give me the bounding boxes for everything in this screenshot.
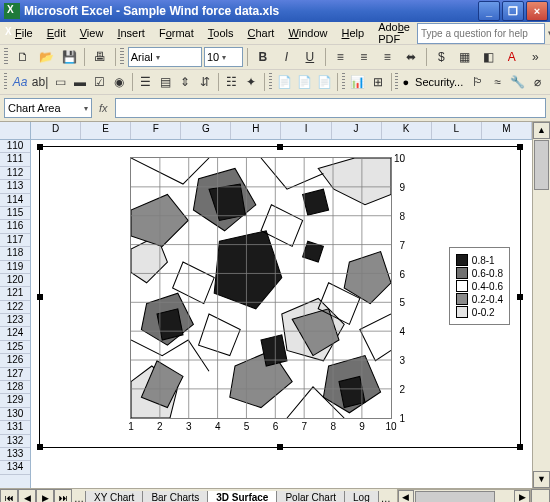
row-header[interactable]: 114	[0, 194, 30, 207]
tab-nav-prev[interactable]: ◀	[18, 489, 36, 502]
button-control-icon[interactable]: ▬	[71, 71, 89, 93]
align-right-icon[interactable]: ≡	[377, 46, 399, 68]
row-header[interactable]: 133	[0, 448, 30, 461]
column-header[interactable]: J	[332, 122, 382, 139]
horizontal-scrollbar[interactable]: ◀ ▶	[397, 489, 531, 502]
row-header[interactable]: 118	[0, 247, 30, 260]
column-header[interactable]: F	[131, 122, 181, 139]
toolbar-grip-3[interactable]	[4, 73, 7, 91]
align-left-icon[interactable]: ≡	[330, 46, 352, 68]
resize-handle-n[interactable]	[277, 144, 283, 150]
column-header[interactable]: K	[382, 122, 432, 139]
toolbar-grip-4[interactable]	[269, 73, 272, 91]
combo-control-icon[interactable]: ▤	[157, 71, 175, 93]
scroll-left-icon[interactable]: ◀	[398, 490, 414, 502]
fill-color-icon[interactable]: ◧	[478, 46, 500, 68]
sheet-tab-3d-surface[interactable]: 3D Surface	[207, 491, 277, 502]
chart-object[interactable]: 12345678910 12345678910 0.8-10.6-0.80.4-…	[39, 146, 521, 448]
listbox-control-icon[interactable]: ☰	[137, 71, 155, 93]
resize-handle-nw[interactable]	[37, 144, 43, 150]
pdf-mail-icon[interactable]: 📄	[296, 71, 314, 93]
resize-handle-sw[interactable]	[37, 444, 43, 450]
chart-type-icon[interactable]: 📊	[349, 71, 367, 93]
plot-area[interactable]: 12345678910 12345678910	[130, 157, 392, 419]
pdf-convert-icon[interactable]: 📄	[276, 71, 294, 93]
row-header[interactable]: 119	[0, 261, 30, 274]
row-header[interactable]: 117	[0, 234, 30, 247]
bold-button[interactable]: B	[252, 46, 274, 68]
scroll-down-icon[interactable]: ▼	[533, 471, 550, 488]
label-control-icon[interactable]: Aa	[11, 71, 29, 93]
chart-legend[interactable]: 0.8-10.6-0.80.4-0.60.2-0.40-0.2	[449, 247, 510, 325]
row-header[interactable]: 122	[0, 301, 30, 314]
pdf-review-icon[interactable]: 📄	[315, 71, 333, 93]
resize-handle-se[interactable]	[517, 444, 523, 450]
row-header[interactable]: 126	[0, 354, 30, 367]
resize-handle-ne[interactable]	[517, 144, 523, 150]
row-header[interactable]: 111	[0, 153, 30, 166]
vertical-scrollbar[interactable]: ▲ ▼	[532, 122, 550, 488]
sheet-tab-xy-chart[interactable]: XY Chart	[85, 491, 143, 502]
row-header[interactable]: 129	[0, 394, 30, 407]
row-header[interactable]: 131	[0, 421, 30, 434]
scroll-right-icon[interactable]: ▶	[514, 490, 530, 502]
open-icon[interactable]: 📂	[35, 46, 57, 68]
row-header[interactable]: 124	[0, 327, 30, 340]
column-header[interactable]: E	[81, 122, 131, 139]
chart-wizard-icon[interactable]: ⊞	[369, 71, 387, 93]
column-header[interactable]: D	[31, 122, 81, 139]
menu-format[interactable]: Format	[152, 25, 201, 41]
row-header[interactable]: 130	[0, 408, 30, 421]
help-search-input[interactable]	[417, 23, 545, 44]
script-editor-icon[interactable]: ⌀	[528, 71, 546, 93]
macro-security-icon[interactable]: 🏳	[469, 71, 487, 93]
security-button[interactable]: Security...	[411, 76, 467, 88]
sheet-tab-polar-chart[interactable]: Polar Chart	[276, 491, 345, 502]
resize-handle-w[interactable]	[37, 294, 43, 300]
properties-icon[interactable]: ☷	[223, 71, 241, 93]
row-header[interactable]: 127	[0, 368, 30, 381]
row-header[interactable]: 112	[0, 167, 30, 180]
hscroll-thumb[interactable]	[415, 491, 495, 502]
print-icon[interactable]: 🖶	[89, 46, 111, 68]
row-header[interactable]: 120	[0, 274, 30, 287]
row-header[interactable]: 110	[0, 140, 30, 153]
row-header[interactable]: 121	[0, 287, 30, 300]
resize-handle-s[interactable]	[277, 444, 283, 450]
font-combo[interactable]: Arial▾	[128, 47, 202, 67]
textbox-control-icon[interactable]: ab|	[31, 71, 49, 93]
column-header[interactable]: G	[181, 122, 231, 139]
resize-handle-e[interactable]	[517, 294, 523, 300]
align-center-icon[interactable]: ≡	[353, 46, 375, 68]
menu-tools[interactable]: Tools	[201, 25, 241, 41]
row-header[interactable]: 125	[0, 341, 30, 354]
maximize-button[interactable]: ❐	[502, 1, 524, 21]
merge-center-icon[interactable]: ⬌	[400, 46, 422, 68]
toolbar-grip-6[interactable]	[395, 73, 398, 91]
sheet-tab-bar-charts[interactable]: Bar Charts	[142, 491, 208, 502]
font-size-combo[interactable]: 10▾	[204, 47, 243, 67]
close-button[interactable]: ×	[526, 1, 548, 21]
underline-button[interactable]: U	[299, 46, 321, 68]
currency-icon[interactable]: $	[431, 46, 453, 68]
name-box[interactable]: Chart Area▾	[4, 98, 92, 118]
scroll-thumb[interactable]	[534, 140, 549, 190]
menu-chart[interactable]: Chart	[240, 25, 281, 41]
minimize-button[interactable]: _	[478, 1, 500, 21]
menu-help[interactable]: Help	[335, 25, 372, 41]
menu-insert[interactable]: Insert	[110, 25, 152, 41]
new-icon[interactable]: 🗋	[12, 46, 34, 68]
sheet-tab-log[interactable]: Log	[344, 491, 379, 502]
toolbar-grip-2[interactable]	[120, 48, 124, 66]
formula-input[interactable]	[115, 98, 546, 118]
tab-nav-last[interactable]: ⏭	[54, 489, 72, 502]
fx-icon[interactable]: fx	[96, 102, 111, 114]
spinner-control-icon[interactable]: ⇵	[196, 71, 214, 93]
row-header[interactable]: 116	[0, 220, 30, 233]
italic-button[interactable]: I	[276, 46, 298, 68]
column-header[interactable]: M	[482, 122, 532, 139]
menu-file[interactable]: File	[8, 25, 40, 41]
toolbar-grip[interactable]	[4, 48, 8, 66]
save-icon[interactable]: 💾	[59, 46, 81, 68]
font-color-icon[interactable]: A	[501, 46, 523, 68]
